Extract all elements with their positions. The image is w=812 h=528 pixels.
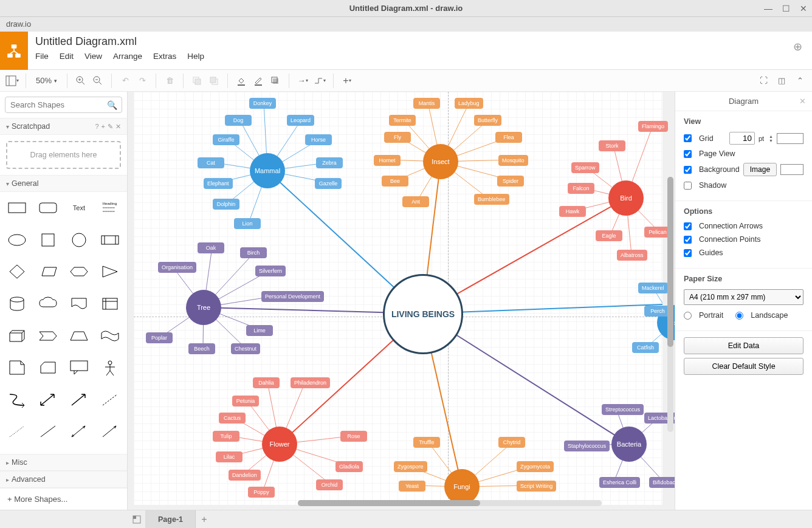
mammal-leaf[interactable]: Dolphin (213, 199, 239, 210)
zoom-dropdown[interactable]: 50% ▾ (32, 76, 61, 85)
tree-leaf[interactable]: Oak (198, 242, 224, 253)
misc-header[interactable]: ▸ Misc (0, 454, 127, 471)
shape-square[interactable] (35, 229, 62, 251)
shape-process[interactable] (96, 229, 123, 251)
add-scratch-icon[interactable]: + (102, 123, 105, 131)
insect-leaf[interactable]: Mantis (413, 98, 440, 109)
bird-node[interactable]: Bird (608, 180, 644, 216)
shape-tape[interactable] (96, 325, 123, 347)
shape-cylinder[interactable] (4, 293, 31, 315)
shape-document[interactable] (66, 293, 93, 315)
format-panel-toggle-icon[interactable]: ◫ (774, 74, 789, 88)
insect-leaf[interactable]: Mosquito (498, 155, 528, 166)
bird-leaf[interactable]: Sparrow (571, 162, 599, 173)
close-icon[interactable]: ✕ (800, 4, 807, 13)
stepper-down-icon[interactable]: ▼ (769, 139, 773, 143)
conn-points-checkbox[interactable] (684, 236, 692, 244)
fungi-leaf[interactable]: Zygospore (394, 461, 427, 472)
horizontal-scrollbar[interactable] (298, 500, 602, 506)
add-page-button[interactable]: + (196, 510, 213, 529)
close-panel-icon[interactable]: ✕ (799, 97, 806, 106)
shape-parallelogram[interactable] (35, 261, 62, 283)
mammal-leaf[interactable]: Cat (198, 157, 224, 168)
guides-checkbox[interactable] (684, 249, 692, 257)
document-title[interactable]: Untitled Diagram.xml (35, 35, 776, 48)
shape-bidir-thin[interactable] (66, 420, 93, 442)
shape-callout[interactable] (66, 357, 93, 379)
tree-leaf[interactable]: Beech (188, 343, 215, 354)
minimize-icon[interactable]: — (764, 4, 772, 13)
shape-bidir-arrow[interactable] (35, 389, 62, 411)
tree-leaf[interactable]: Silverfern (255, 266, 286, 276)
flower-leaf[interactable]: Petunia (232, 396, 259, 406)
shape-rounded-rect[interactable] (35, 197, 62, 219)
fish-leaf[interactable]: Catfish (632, 342, 659, 353)
paper-size-select[interactable]: A4 (210 mm x 297 mm) (684, 289, 803, 305)
flower-leaf[interactable]: Orchid (316, 479, 343, 490)
shape-arrow[interactable] (66, 389, 93, 411)
flower-leaf[interactable]: Lilac (216, 451, 243, 462)
shape-note[interactable] (4, 357, 31, 379)
vertical-scrollbar[interactable] (667, 177, 673, 432)
waypoint-icon[interactable]: ▾ (312, 74, 327, 88)
grid-color-swatch[interactable] (777, 133, 803, 144)
menu-help[interactable]: Help (187, 52, 204, 61)
mammal-node[interactable]: Mammal (250, 153, 285, 188)
mammal-leaf[interactable]: Zebra (316, 157, 343, 168)
close-scratch-icon[interactable]: ✕ (115, 123, 121, 131)
bird-leaf[interactable]: Falcon (568, 183, 594, 194)
insect-leaf[interactable]: Ladybug (455, 98, 483, 109)
search-icon[interactable]: 🔍 (107, 100, 117, 110)
center-node[interactable]: LIVING BEINGS (383, 274, 463, 354)
shadow-checkbox[interactable] (684, 182, 692, 190)
scrollbar-thumb[interactable] (667, 177, 673, 347)
shadow-icon[interactable] (268, 74, 283, 88)
menu-edit[interactable]: Edit (60, 52, 74, 61)
fungi-leaf[interactable]: Chytrid (498, 437, 525, 448)
outline-button[interactable] (128, 510, 146, 529)
scrollbar-thumb[interactable] (298, 500, 480, 506)
tree-node[interactable]: Tree (186, 290, 221, 325)
shape-hexagon[interactable] (66, 261, 93, 283)
insect-node[interactable]: Insect (423, 144, 458, 179)
insect-leaf[interactable]: Termite (389, 115, 416, 126)
flower-node[interactable]: Flower (262, 427, 297, 462)
flower-leaf[interactable]: Rose (340, 431, 367, 442)
edit-data-button[interactable]: Edit Data (684, 337, 803, 354)
fungi-leaf[interactable]: Zygomycota (517, 461, 554, 472)
zoom-out-icon[interactable] (91, 74, 105, 88)
mammal-leaf[interactable]: Gazelle (315, 178, 342, 189)
add-icon[interactable]: + ▾ (340, 74, 354, 88)
mammal-leaf[interactable]: Lion (234, 218, 261, 229)
to-front-icon[interactable] (190, 74, 204, 88)
insect-leaf[interactable]: Hornet (374, 155, 401, 166)
tree-leaf[interactable]: Organisation (158, 262, 196, 273)
collapse-icon[interactable]: ⌃ (793, 74, 807, 88)
more-shapes-button[interactable]: + More Shapes... (0, 488, 127, 510)
scratchpad-header[interactable]: ▾ Scratchpad ? + ✎ ✕ (0, 118, 127, 135)
mammal-leaf[interactable]: Giraffe (213, 134, 239, 145)
fullscreen-icon[interactable]: ⛶ (756, 74, 771, 88)
background-checkbox[interactable] (684, 166, 692, 174)
canvas-wrapper[interactable]: LIVING BEINGS MammalDonkeyDogLeopardGira… (128, 92, 675, 510)
menu-extras[interactable]: Extras (153, 52, 176, 61)
fungi-node[interactable]: Fungi (444, 469, 480, 504)
flower-leaf[interactable]: Dahlia (253, 377, 280, 388)
view-mode-button[interactable]: ▾ (5, 74, 19, 88)
shape-triangle[interactable] (96, 261, 123, 283)
zoom-in-icon[interactable] (74, 74, 88, 88)
menu-view[interactable]: View (84, 52, 102, 61)
flower-leaf[interactable]: Philadendron (291, 377, 330, 388)
redo-icon[interactable]: ↷ (135, 74, 150, 88)
mammal-leaf[interactable]: Leopard (287, 115, 314, 126)
bird-leaf[interactable]: Eagle (596, 230, 622, 241)
bacteria-leaf[interactable]: Esherica Colli (599, 477, 640, 488)
shape-cube[interactable] (4, 325, 31, 347)
to-back-icon[interactable] (207, 74, 221, 88)
tree-leaf[interactable]: Lime (246, 325, 273, 336)
app-logo[interactable] (0, 32, 28, 70)
fill-color-icon[interactable] (234, 74, 249, 88)
general-header[interactable]: ▾ General (0, 175, 127, 192)
bird-leaf[interactable]: Flamingo (638, 121, 668, 132)
shape-curve[interactable] (4, 389, 31, 411)
